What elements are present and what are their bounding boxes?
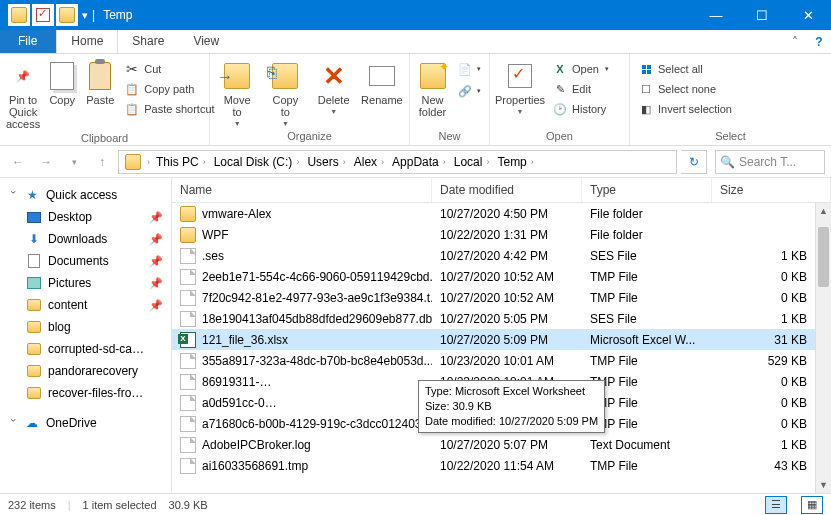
group-select-label: Select <box>636 128 825 144</box>
file-row[interactable]: .ses 10/27/2020 4:42 PM SES File 1 KB <box>172 245 831 266</box>
breadcrumb-segment[interactable]: Users› <box>303 155 349 169</box>
move-to-button[interactable]: Move to▼ <box>216 60 258 127</box>
nav-quick-access[interactable]: ★Quick access <box>4 184 167 206</box>
qat-folder-icon[interactable] <box>8 4 30 26</box>
file-icon <box>180 353 196 369</box>
maximize-button[interactable]: ☐ <box>739 0 785 30</box>
tab-share[interactable]: Share <box>118 30 179 53</box>
tab-home[interactable]: Home <box>56 30 118 53</box>
pin-icon: 📌 <box>149 299 163 312</box>
edit-button[interactable]: ✎Edit <box>550 80 611 98</box>
cut-button[interactable]: ✂Cut <box>122 60 216 78</box>
file-icon <box>180 374 196 390</box>
view-details-button[interactable]: ☰ <box>765 496 787 514</box>
qat-dropdown-icon[interactable]: ▾ <box>80 9 90 22</box>
invert-selection-button[interactable]: ◧Invert selection <box>636 100 734 118</box>
pin-icon: 📌 <box>149 233 163 246</box>
copy-button[interactable]: Copy <box>46 60 78 106</box>
breadcrumb-segment[interactable]: AppData› <box>388 155 450 169</box>
file-tooltip: Type: Microsoft Excel Worksheet Size: 30… <box>418 380 605 433</box>
nav-corrupted[interactable]: corrupted-sd-ca… <box>4 338 167 360</box>
copy-to-button[interactable]: Copy to▼ <box>264 60 306 127</box>
file-icon <box>180 416 196 432</box>
easy-access-button[interactable]: 🔗▾ <box>455 82 483 100</box>
column-date[interactable]: Date modified <box>432 178 582 202</box>
group-new-label: New <box>416 128 483 144</box>
paste-shortcut-button[interactable]: 📋Paste shortcut <box>122 100 216 118</box>
copy-path-button[interactable]: 📋Copy path <box>122 80 216 98</box>
tab-file[interactable]: File <box>0 30 56 53</box>
nav-recover[interactable]: recover-files-fro… <box>4 382 167 404</box>
select-none-button[interactable]: ☐Select none <box>636 80 734 98</box>
delete-button[interactable]: ✕Delete▼ <box>313 60 355 115</box>
nav-downloads[interactable]: ⬇Downloads📌 <box>4 228 167 250</box>
column-type[interactable]: Type <box>582 178 712 202</box>
file-row[interactable]: 121_file_36.xlsx 10/27/2020 5:09 PM Micr… <box>172 329 831 350</box>
file-row[interactable]: 18e190413af045db88dfded29609eb877.db... … <box>172 308 831 329</box>
nav-documents[interactable]: Documents📌 <box>4 250 167 272</box>
pin-icon: 📌 <box>149 255 163 268</box>
nav-recent-button[interactable]: ▾ <box>62 150 86 174</box>
window-title: Temp <box>103 8 132 22</box>
chevron-right-icon[interactable]: › <box>145 157 152 167</box>
nav-pictures[interactable]: Pictures📌 <box>4 272 167 294</box>
file-row[interactable]: 355a8917-323a-48dc-b70b-bc8e4eb053d... 1… <box>172 350 831 371</box>
nav-back-button[interactable]: ← <box>6 150 30 174</box>
folder-icon <box>180 206 196 222</box>
qat-folder-icon-2[interactable] <box>56 4 78 26</box>
excel-icon <box>180 332 196 348</box>
breadcrumb-segment[interactable]: Alex› <box>350 155 388 169</box>
file-row[interactable]: 7f20c942-81e2-4977-93e3-ae9c1f3e9384.t..… <box>172 287 831 308</box>
nav-up-button[interactable]: ↑ <box>90 150 114 174</box>
file-icon <box>180 248 196 264</box>
status-selected-size: 30.9 KB <box>169 499 208 511</box>
pin-to-quick-access-button[interactable]: 📌Pin to Quick access <box>6 60 40 130</box>
new-item-button[interactable]: 📄▾ <box>455 60 483 78</box>
qat-properties-icon[interactable] <box>32 4 54 26</box>
nav-content[interactable]: content📌 <box>4 294 167 316</box>
breadcrumb-segment[interactable]: Local Disk (C:)› <box>210 155 304 169</box>
breadcrumb-segment[interactable]: Temp› <box>493 155 537 169</box>
tab-view[interactable]: View <box>179 30 234 53</box>
properties-button[interactable]: Properties▼ <box>496 60 544 115</box>
view-large-icons-button[interactable]: ▦ <box>801 496 823 514</box>
search-input[interactable]: 🔍 Search T... <box>715 150 825 174</box>
address-bar[interactable]: › This PC›Local Disk (C:)›Users›Alex›App… <box>118 150 677 174</box>
file-icon <box>180 437 196 453</box>
new-folder-button[interactable]: New folder <box>416 60 449 118</box>
file-row[interactable]: ai16033568691.tmp 10/22/2020 11:54 AM TM… <box>172 455 831 476</box>
file-icon <box>180 395 196 411</box>
nav-desktop[interactable]: Desktop📌 <box>4 206 167 228</box>
help-icon[interactable]: ? <box>807 30 831 53</box>
scroll-up-icon[interactable]: ▲ <box>816 203 831 219</box>
group-organize-label: Organize <box>216 128 403 144</box>
nav-forward-button[interactable]: → <box>34 150 58 174</box>
minimize-button[interactable]: — <box>693 0 739 30</box>
file-icon <box>180 458 196 474</box>
pin-icon: 📌 <box>149 277 163 290</box>
refresh-button[interactable]: ↻ <box>681 150 707 174</box>
history-button[interactable]: 🕑History <box>550 100 611 118</box>
open-button[interactable]: XOpen▾ <box>550 60 611 78</box>
ribbon-expand-icon[interactable]: ˄ <box>783 30 807 53</box>
scrollbar[interactable]: ▲ ▼ <box>815 203 831 493</box>
pin-icon: 📌 <box>149 211 163 224</box>
nav-onedrive[interactable]: ☁OneDrive <box>4 412 167 434</box>
file-row[interactable]: WPF 10/22/2020 1:31 PM File folder <box>172 224 831 245</box>
nav-blog[interactable]: blog <box>4 316 167 338</box>
nav-pandora[interactable]: pandorarecovery <box>4 360 167 382</box>
file-row[interactable]: vmware-Alex 10/27/2020 4:50 PM File fold… <box>172 203 831 224</box>
scroll-down-icon[interactable]: ▼ <box>816 477 831 493</box>
breadcrumb-segment[interactable]: Local› <box>450 155 494 169</box>
column-size[interactable]: Size <box>712 178 831 202</box>
breadcrumb-segment[interactable]: This PC› <box>152 155 210 169</box>
status-item-count: 232 items <box>8 499 56 511</box>
file-row[interactable]: 2eeb1e71-554c-4c66-9060-059119429cbd... … <box>172 266 831 287</box>
rename-button[interactable]: Rename <box>361 60 403 106</box>
paste-button[interactable]: Paste <box>84 60 116 106</box>
file-row[interactable]: AdobeIPCBroker.log 10/27/2020 5:07 PM Te… <box>172 434 831 455</box>
scroll-thumb[interactable] <box>818 227 829 287</box>
column-name[interactable]: Name <box>172 178 432 202</box>
select-all-button[interactable]: Select all <box>636 60 734 78</box>
close-button[interactable]: ✕ <box>785 0 831 30</box>
